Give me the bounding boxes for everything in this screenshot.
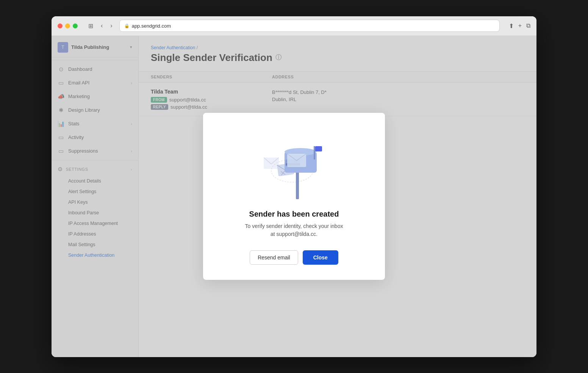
svg-rect-5 — [296, 169, 299, 199]
lock-icon: 🔒 — [124, 23, 130, 28]
maximize-button[interactable] — [73, 23, 78, 28]
browser-controls: ⊞ ‹ › — [86, 21, 115, 31]
svg-rect-11 — [315, 146, 322, 151]
modal-title: Sender has been created — [249, 210, 339, 218]
address-bar[interactable]: 🔒 app.sendgrid.com — [119, 20, 500, 32]
resend-email-button[interactable]: Resend email — [250, 250, 298, 265]
confirmation-modal: Sender has been created To verify sender… — [203, 113, 385, 280]
app-content: T Tilda Publishing ▾ ⊙ Dashboard ▭ Email… — [52, 36, 536, 357]
new-tab-icon[interactable]: + — [518, 22, 522, 29]
url-display: app.sendgrid.com — [132, 23, 171, 29]
modal-subtitle-line2: at support@tilda.cc. — [271, 231, 317, 237]
traffic-lights — [58, 23, 78, 28]
share-icon[interactable]: ⬆ — [509, 22, 514, 30]
browser-window: ⊞ ‹ › 🔒 app.sendgrid.com ⬆ + ⧉ T Tilda P… — [52, 16, 536, 357]
window-toggle-button[interactable]: ⊞ — [86, 21, 95, 31]
close-button[interactable] — [58, 23, 63, 28]
svg-rect-10 — [314, 146, 315, 159]
close-button[interactable]: Close — [303, 250, 338, 265]
forward-button[interactable]: › — [108, 21, 114, 31]
mailbox-illustration — [256, 131, 332, 199]
tabs-icon[interactable]: ⧉ — [526, 22, 530, 29]
modal-actions: Resend email Close — [250, 250, 338, 265]
browser-toolbar-right: ⬆ + ⧉ — [509, 22, 530, 30]
modal-subtitle-line1: To verify sender identity, check your in… — [245, 223, 343, 229]
modal-subtitle: To verify sender identity, check your in… — [245, 222, 343, 238]
back-button[interactable]: ‹ — [99, 21, 105, 31]
modal-overlay: Sender has been created To verify sender… — [52, 36, 536, 357]
browser-titlebar: ⊞ ‹ › 🔒 app.sendgrid.com ⬆ + ⧉ — [52, 16, 536, 36]
minimize-button[interactable] — [65, 23, 70, 28]
